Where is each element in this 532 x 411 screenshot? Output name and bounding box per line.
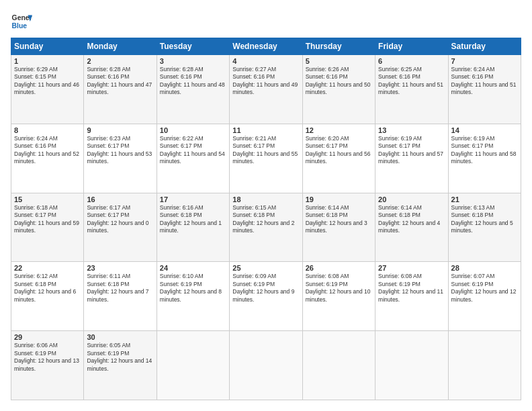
day-info: Sunrise: 6:16 AM Sunset: 6:18 PM Dayligh… <box>160 204 226 235</box>
day-info: Sunrise: 6:19 AM Sunset: 6:17 PM Dayligh… <box>378 135 445 166</box>
day-cell: 21 Sunrise: 6:13 AM Sunset: 6:18 PM Dayl… <box>448 193 521 262</box>
day-cell: 13 Sunrise: 6:19 AM Sunset: 6:17 PM Dayl… <box>375 124 448 193</box>
day-number: 18 <box>232 195 299 203</box>
day-cell: 30 Sunrise: 6:05 AM Sunset: 6:19 PM Dayl… <box>84 331 157 400</box>
day-cell: 18 Sunrise: 6:15 AM Sunset: 6:18 PM Dayl… <box>230 193 302 262</box>
day-info: Sunrise: 6:29 AM Sunset: 6:15 PM Dayligh… <box>14 66 81 97</box>
day-cell: 10 Sunrise: 6:22 AM Sunset: 6:17 PM Dayl… <box>157 124 229 193</box>
day-cell: 17 Sunrise: 6:16 AM Sunset: 6:18 PM Dayl… <box>157 193 229 262</box>
day-cell: 9 Sunrise: 6:23 AM Sunset: 6:17 PM Dayli… <box>84 124 157 193</box>
day-info: Sunrise: 6:13 AM Sunset: 6:18 PM Dayligh… <box>451 204 518 235</box>
logo-icon: General Blue <box>11 11 32 32</box>
day-cell: 28 Sunrise: 6:07 AM Sunset: 6:19 PM Dayl… <box>448 262 521 331</box>
calendar-table: SundayMondayTuesdayWednesdayThursdayFrid… <box>11 38 521 400</box>
day-info: Sunrise: 6:07 AM Sunset: 6:19 PM Dayligh… <box>451 273 518 304</box>
week-row-3: 15 Sunrise: 6:18 AM Sunset: 6:17 PM Dayl… <box>11 193 521 262</box>
day-number: 22 <box>14 264 81 272</box>
day-cell: 25 Sunrise: 6:09 AM Sunset: 6:19 PM Dayl… <box>230 262 302 331</box>
day-cell: 23 Sunrise: 6:11 AM Sunset: 6:18 PM Dayl… <box>84 262 157 331</box>
logo: General Blue <box>11 11 32 32</box>
day-number: 30 <box>87 333 153 341</box>
day-number: 15 <box>14 195 81 203</box>
page: General Blue SundayMondayTuesdayWednesda… <box>0 0 532 411</box>
day-info: Sunrise: 6:12 AM Sunset: 6:18 PM Dayligh… <box>14 273 81 304</box>
day-info: Sunrise: 6:24 AM Sunset: 6:16 PM Dayligh… <box>14 135 81 166</box>
week-row-5: 29 Sunrise: 6:06 AM Sunset: 6:19 PM Dayl… <box>11 331 521 400</box>
weekday-sunday: Sunday <box>11 38 84 55</box>
day-info: Sunrise: 6:10 AM Sunset: 6:19 PM Dayligh… <box>160 273 226 304</box>
day-number: 1 <box>14 57 81 65</box>
header: General Blue <box>11 11 521 32</box>
day-info: Sunrise: 6:09 AM Sunset: 6:19 PM Dayligh… <box>232 273 299 304</box>
day-info: Sunrise: 6:23 AM Sunset: 6:17 PM Dayligh… <box>87 135 153 166</box>
day-number: 6 <box>378 57 445 65</box>
day-cell: 2 Sunrise: 6:28 AM Sunset: 6:16 PM Dayli… <box>84 55 157 124</box>
day-number: 2 <box>87 57 153 65</box>
day-cell <box>448 331 521 400</box>
day-number: 10 <box>160 126 226 134</box>
day-cell: 12 Sunrise: 6:20 AM Sunset: 6:17 PM Dayl… <box>302 124 375 193</box>
day-info: Sunrise: 6:17 AM Sunset: 6:17 PM Dayligh… <box>87 204 153 235</box>
day-number: 24 <box>160 264 226 272</box>
day-cell <box>157 331 229 400</box>
calendar-body: 1 Sunrise: 6:29 AM Sunset: 6:15 PM Dayli… <box>11 55 521 400</box>
day-cell: 20 Sunrise: 6:14 AM Sunset: 6:18 PM Dayl… <box>375 193 448 262</box>
day-info: Sunrise: 6:26 AM Sunset: 6:16 PM Dayligh… <box>306 66 372 97</box>
day-cell: 8 Sunrise: 6:24 AM Sunset: 6:16 PM Dayli… <box>11 124 84 193</box>
day-number: 25 <box>232 264 299 272</box>
day-number: 7 <box>451 57 518 65</box>
day-number: 5 <box>306 57 372 65</box>
day-info: Sunrise: 6:18 AM Sunset: 6:17 PM Dayligh… <box>14 204 81 235</box>
day-cell: 24 Sunrise: 6:10 AM Sunset: 6:19 PM Dayl… <box>157 262 229 331</box>
week-row-1: 1 Sunrise: 6:29 AM Sunset: 6:15 PM Dayli… <box>11 55 521 124</box>
svg-text:Blue: Blue <box>12 22 28 30</box>
day-info: Sunrise: 6:28 AM Sunset: 6:16 PM Dayligh… <box>87 66 153 97</box>
day-number: 28 <box>451 264 518 272</box>
day-info: Sunrise: 6:27 AM Sunset: 6:16 PM Dayligh… <box>232 66 299 97</box>
day-cell: 11 Sunrise: 6:21 AM Sunset: 6:17 PM Dayl… <box>230 124 302 193</box>
day-number: 26 <box>306 264 372 272</box>
day-number: 19 <box>306 195 372 203</box>
day-number: 20 <box>378 195 445 203</box>
day-cell: 3 Sunrise: 6:28 AM Sunset: 6:16 PM Dayli… <box>157 55 229 124</box>
day-number: 12 <box>306 126 372 134</box>
day-number: 9 <box>87 126 153 134</box>
weekday-wednesday: Wednesday <box>230 38 302 55</box>
day-info: Sunrise: 6:08 AM Sunset: 6:19 PM Dayligh… <box>378 273 445 304</box>
day-info: Sunrise: 6:11 AM Sunset: 6:18 PM Dayligh… <box>87 273 153 304</box>
day-cell: 5 Sunrise: 6:26 AM Sunset: 6:16 PM Dayli… <box>302 55 375 124</box>
day-cell <box>230 331 302 400</box>
day-info: Sunrise: 6:08 AM Sunset: 6:19 PM Dayligh… <box>306 273 372 304</box>
day-cell <box>302 331 375 400</box>
weekday-friday: Friday <box>375 38 448 55</box>
day-cell: 16 Sunrise: 6:17 AM Sunset: 6:17 PM Dayl… <box>84 193 157 262</box>
day-number: 17 <box>160 195 226 203</box>
day-info: Sunrise: 6:28 AM Sunset: 6:16 PM Dayligh… <box>160 66 226 97</box>
day-number: 11 <box>232 126 299 134</box>
day-number: 13 <box>378 126 445 134</box>
weekday-tuesday: Tuesday <box>157 38 229 55</box>
day-cell: 1 Sunrise: 6:29 AM Sunset: 6:15 PM Dayli… <box>11 55 84 124</box>
day-number: 29 <box>14 333 81 341</box>
day-info: Sunrise: 6:19 AM Sunset: 6:17 PM Dayligh… <box>451 135 518 166</box>
day-number: 23 <box>87 264 153 272</box>
weekday-header: SundayMondayTuesdayWednesdayThursdayFrid… <box>11 38 521 55</box>
day-number: 21 <box>451 195 518 203</box>
day-cell: 7 Sunrise: 6:24 AM Sunset: 6:16 PM Dayli… <box>448 55 521 124</box>
day-info: Sunrise: 6:05 AM Sunset: 6:19 PM Dayligh… <box>87 342 153 373</box>
day-number: 27 <box>378 264 445 272</box>
day-info: Sunrise: 6:14 AM Sunset: 6:18 PM Dayligh… <box>306 204 372 235</box>
day-cell: 27 Sunrise: 6:08 AM Sunset: 6:19 PM Dayl… <box>375 262 448 331</box>
day-cell: 26 Sunrise: 6:08 AM Sunset: 6:19 PM Dayl… <box>302 262 375 331</box>
day-info: Sunrise: 6:25 AM Sunset: 6:16 PM Dayligh… <box>378 66 445 97</box>
day-cell: 22 Sunrise: 6:12 AM Sunset: 6:18 PM Dayl… <box>11 262 84 331</box>
day-info: Sunrise: 6:06 AM Sunset: 6:19 PM Dayligh… <box>14 342 81 373</box>
day-cell: 6 Sunrise: 6:25 AM Sunset: 6:16 PM Dayli… <box>375 55 448 124</box>
week-row-2: 8 Sunrise: 6:24 AM Sunset: 6:16 PM Dayli… <box>11 124 521 193</box>
day-info: Sunrise: 6:14 AM Sunset: 6:18 PM Dayligh… <box>378 204 445 235</box>
day-info: Sunrise: 6:21 AM Sunset: 6:17 PM Dayligh… <box>232 135 299 166</box>
day-number: 8 <box>14 126 81 134</box>
day-info: Sunrise: 6:22 AM Sunset: 6:17 PM Dayligh… <box>160 135 226 166</box>
week-row-4: 22 Sunrise: 6:12 AM Sunset: 6:18 PM Dayl… <box>11 262 521 331</box>
day-cell: 4 Sunrise: 6:27 AM Sunset: 6:16 PM Dayli… <box>230 55 302 124</box>
